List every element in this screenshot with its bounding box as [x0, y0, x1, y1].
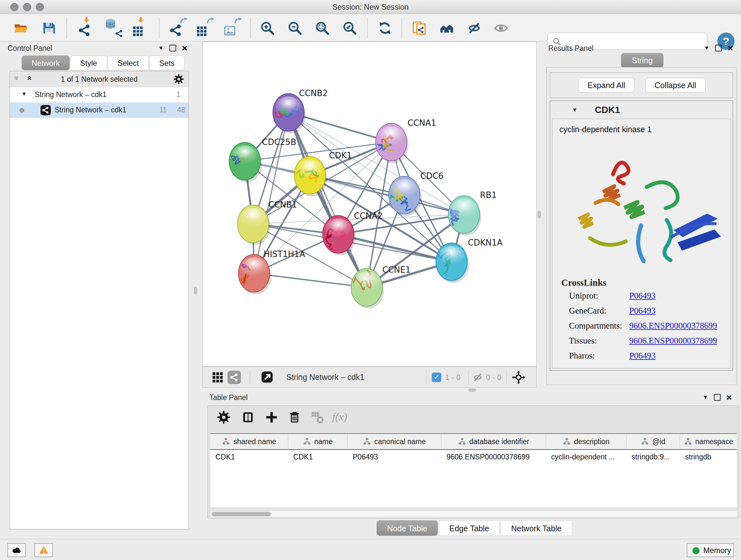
hide-selected-icon[interactable] — [465, 19, 483, 37]
network-edge[interactable] — [288, 112, 367, 287]
gene-section-header[interactable]: ▼ CDK1 — [550, 101, 733, 119]
network-collection-row[interactable]: ▼ String Network – cdk1 1 — [10, 87, 189, 103]
crosslink-link[interactable]: P06493 — [629, 351, 656, 361]
network-view-share-icon[interactable] — [227, 371, 241, 384]
zoom-out-icon[interactable] — [286, 19, 304, 37]
hidden-eye-icon[interactable] — [472, 372, 483, 383]
zoom-in-icon[interactable] — [259, 19, 276, 37]
memory-button[interactable]: Memory — [687, 543, 734, 557]
open-session-icon[interactable] — [12, 19, 30, 37]
column-header[interactable]: name — [288, 434, 347, 449]
import-table-icon[interactable] — [132, 19, 150, 37]
close-panel-icon[interactable]: × — [728, 45, 733, 51]
column-header[interactable]: shared name — [210, 434, 288, 449]
node-label-RB1: RB1 — [480, 190, 496, 200]
collapse-panel-icon[interactable]: ▼ — [158, 45, 164, 51]
tab-edge-table[interactable]: Edge Table — [439, 520, 500, 536]
crosslink-link[interactable]: 9606.ENSP00000378699 — [629, 321, 717, 330]
zoom-selected-icon[interactable] — [341, 19, 359, 37]
status-bar: Memory — [0, 539, 741, 560]
tab-node-table[interactable]: Node Table — [377, 520, 438, 536]
add-column-icon[interactable] — [265, 410, 279, 424]
save-session-icon[interactable] — [40, 19, 58, 37]
table-row[interactable]: CDK1 CDK1 P06493 9606.ENSP00000378699 cy… — [210, 450, 737, 464]
collapse-panel-icon[interactable]: ▼ — [704, 45, 710, 51]
gene-collapse-icon[interactable]: ▼ — [572, 107, 578, 113]
right-splitter-handle[interactable] — [538, 211, 541, 219]
delete-column-icon[interactable] — [287, 410, 301, 424]
detach-view-icon[interactable] — [260, 370, 274, 384]
close-panel-icon[interactable]: × — [182, 45, 188, 51]
float-panel-icon[interactable] — [170, 45, 176, 51]
cloud-status-button[interactable] — [7, 543, 26, 557]
network-row[interactable]: String Network – cdk1 11 48 — [10, 103, 189, 118]
control-panel-title: Control Panel — [8, 44, 52, 53]
column-header[interactable]: namespace — [680, 434, 737, 449]
show-columns-icon[interactable] — [241, 410, 255, 424]
table-options-gear-icon[interactable] — [217, 410, 231, 424]
export-image-icon[interactable] — [223, 19, 241, 37]
network-edge[interactable] — [310, 175, 464, 214]
protein-structure-image — [565, 144, 725, 272]
collapse-all-button[interactable]: Collapse All — [645, 78, 705, 92]
tab-string[interactable]: String — [621, 53, 664, 68]
cell-description[interactable]: cyclin-dependent ... — [546, 450, 626, 464]
cell-id[interactable]: stringdb:9... — [626, 450, 680, 464]
node-label-CCNA2: CCNA2 — [354, 211, 383, 221]
gene-section: ▼ CDK1 cyclin-dependent kinase 1 — [550, 101, 733, 371]
column-header[interactable]: description — [546, 434, 626, 449]
column-header[interactable]: database identifier — [441, 434, 546, 449]
node-label-CCNE1: CCNE1 — [382, 265, 411, 274]
first-neighbors-icon[interactable] — [438, 19, 456, 37]
results-panel: Results Panel ▼ × String Expand All Coll… — [542, 44, 739, 389]
tab-network[interactable]: Network — [22, 56, 70, 70]
tab-sets[interactable]: Sets — [149, 56, 185, 70]
cell-namespace[interactable]: stringdb — [680, 450, 737, 464]
collection-expand-icon[interactable]: ▼ — [21, 91, 27, 98]
import-network-icon[interactable] — [78, 19, 96, 37]
cell-canonical-name[interactable]: P06493 — [347, 450, 441, 464]
node-label-CDC6: CDC6 — [420, 171, 444, 181]
tab-style[interactable]: Style — [70, 56, 107, 70]
cell-shared-name[interactable]: CDK1 — [210, 450, 288, 464]
crosslink-link[interactable]: 9606.ENSP00000378699 — [629, 336, 717, 346]
toolbar-separator — [66, 18, 67, 38]
birds-eye-icon[interactable] — [512, 370, 526, 384]
column-header[interactable]: canonical name — [347, 434, 441, 449]
cell-database-identifier[interactable]: 9606.ENSP00000378699 — [441, 450, 546, 464]
expand-all-button[interactable]: Expand All — [578, 78, 634, 92]
tab-network-table[interactable]: Network Table — [501, 520, 572, 536]
cell-name[interactable]: CDK1 — [288, 450, 347, 464]
close-panel-icon[interactable]: × — [726, 394, 732, 401]
crosslink-link[interactable]: P06493 — [629, 291, 656, 300]
toolbar-separator — [250, 18, 251, 38]
zoom-fit-icon[interactable] — [313, 19, 331, 37]
view-toolbar-separator — [507, 370, 507, 385]
selected-checkbox-icon[interactable]: ✓ — [432, 373, 441, 382]
apply-layout-icon[interactable] — [376, 19, 394, 37]
export-network-icon[interactable] — [169, 19, 187, 37]
network-node-count: 11 — [159, 106, 167, 114]
column-header[interactable]: @id — [626, 434, 680, 449]
show-all-icon[interactable] — [492, 19, 510, 37]
export-table-icon[interactable] — [196, 19, 214, 37]
collapse-panel-icon[interactable]: ▼ — [703, 394, 708, 401]
table-horizontal-scrollbar[interactable] — [210, 511, 737, 517]
new-network-from-selection-icon[interactable] — [410, 19, 428, 37]
scrollbar-thumb[interactable] — [212, 512, 271, 516]
bottom-splitter-handle[interactable] — [468, 388, 476, 392]
tab-select[interactable]: Select — [108, 56, 149, 70]
grid-view-icon[interactable] — [212, 371, 224, 383]
hidden-count: 0 - 0 — [486, 373, 501, 382]
network-list-panel: » » 1 of 1 Network selected ▼ String Net… — [10, 71, 189, 530]
node-label-CDKN1A: CDKN1A — [468, 238, 502, 247]
network-options-gear-icon[interactable] — [173, 74, 184, 84]
network-canvas[interactable]: CCNB2CCNA1CDC25BCDK1CDC6RB1CCNB1CCNA2CDK… — [202, 42, 537, 367]
float-panel-icon[interactable] — [714, 394, 721, 401]
float-panel-icon[interactable] — [715, 45, 722, 51]
crosslink-link[interactable]: P06493 — [629, 306, 656, 315]
import-network-database-icon[interactable] — [104, 19, 122, 37]
crosslink-label: Pharos: — [569, 351, 627, 361]
left-splitter-handle[interactable] — [194, 287, 197, 294]
warnings-button[interactable] — [35, 543, 53, 557]
